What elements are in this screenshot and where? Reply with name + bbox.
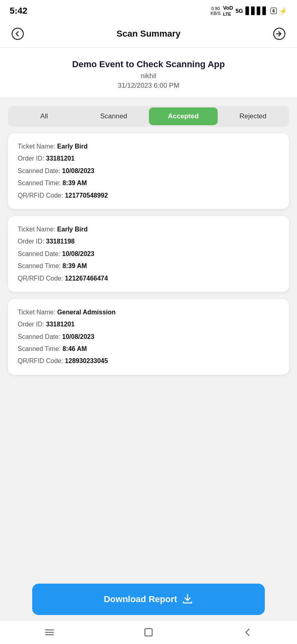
signal-bars-icon: ▋▋▋▋ [245,6,268,15]
order-id-row-2: Order ID: 33181198 [18,237,279,246]
bottom-bar: Download Report [0,579,297,620]
scan-card-3: Ticket Name: General Admission Order ID:… [8,299,289,375]
scanned-time-value-2: 8:39 AM [62,262,87,269]
scanned-date-value-1: 10/08/2023 [62,167,94,174]
header: Scan Summary [0,20,297,48]
charging-icon: ⚡ [279,7,287,15]
order-id-value-2: 33181198 [46,238,74,245]
event-date: 31/12/2023 6:00 PM [8,82,289,90]
page-title: Scan Summary [117,29,181,39]
qr-code-value-2: 121267466474 [65,275,108,282]
network-type: VoDLTE [223,5,233,17]
ticket-name-value-1: Early Bird [57,143,88,150]
tab-all[interactable]: All [10,107,78,125]
main-content: Demo Event to Check Scanning App nikhil … [0,48,297,430]
svg-rect-7 [145,629,152,636]
scanned-time-row-2: Scanned Time: 8:39 AM [18,262,279,270]
scanned-time-row-1: Scanned Time: 8:39 AM [18,179,279,188]
order-id-row-3: Order ID: 33181201 [18,320,279,329]
status-time: 5:42 [10,6,27,16]
qr-code-row-1: QR/RFID Code: 121770548992 [18,191,279,200]
nav-home-button[interactable] [132,624,165,640]
scan-card-2: Ticket Name: Early Bird Order ID: 331811… [8,216,289,292]
scanned-time-value-1: 8:39 AM [62,180,87,186]
order-id-row-1: Order ID: 33181201 [18,154,279,163]
status-icons: 0.90 KB/S VoDLTE 5G ▋▋▋▋ 6 ⚡ [210,5,287,17]
scanned-time-value-3: 8:46 AM [62,345,87,352]
event-organizer: nikhil [8,72,289,80]
tab-scanned[interactable]: Scanned [79,107,148,125]
tab-rejected[interactable]: Rejected [219,107,287,125]
qr-code-row-2: QR/RFID Code: 121267466474 [18,274,279,283]
download-report-label: Download Report [104,594,177,605]
ticket-name-value-3: General Admission [57,309,116,316]
order-id-value-1: 33181201 [46,155,74,162]
download-report-button[interactable]: Download Report [32,584,265,615]
ticket-name-row-1: Ticket Name: Early Bird [18,142,279,151]
event-title: Demo Event to Check Scanning App [8,59,289,70]
qr-code-value-3: 128930233045 [65,357,108,364]
scanned-date-value-3: 10/08/2023 [62,333,94,340]
scanned-date-row-1: Scanned Date: 10/08/2023 [18,167,279,175]
nav-bar [0,620,297,644]
scanned-date-value-2: 10/08/2023 [62,250,94,257]
scanned-date-row-3: Scanned Date: 10/08/2023 [18,332,279,341]
data-speed: 0.90 KB/S [210,6,221,16]
back-button[interactable] [10,26,26,42]
ticket-name-row-2: Ticket Name: Early Bird [18,225,279,234]
ticket-name-row-3: Ticket Name: General Admission [18,308,279,317]
qr-code-value-1: 121770548992 [65,192,108,199]
cards-area: Ticket Name: Early Bird Order ID: 331812… [0,133,297,375]
nav-back-button[interactable] [231,624,264,640]
logout-button[interactable] [271,26,287,42]
scanned-date-row-2: Scanned Date: 10/08/2023 [18,250,279,258]
event-info: Demo Event to Check Scanning App nikhil … [0,48,297,98]
status-bar: 5:42 0.90 KB/S VoDLTE 5G ▋▋▋▋ 6 ⚡ [0,0,297,20]
svg-point-0 [12,28,23,39]
5g-icon: 5G [235,8,243,14]
filter-tab-bar: All Scanned Accepted Rejected [8,106,289,127]
nav-menu-button[interactable] [33,624,66,640]
scanned-time-row-3: Scanned Time: 8:46 AM [18,345,279,353]
scan-card-1: Ticket Name: Early Bird Order ID: 331812… [8,133,289,209]
order-id-value-3: 33181201 [46,321,74,328]
battery-icon: 6 [270,8,277,14]
download-icon [182,592,193,606]
ticket-name-value-2: Early Bird [57,226,88,233]
tab-accepted[interactable]: Accepted [149,107,218,125]
qr-code-row-3: QR/RFID Code: 128930233045 [18,357,279,365]
